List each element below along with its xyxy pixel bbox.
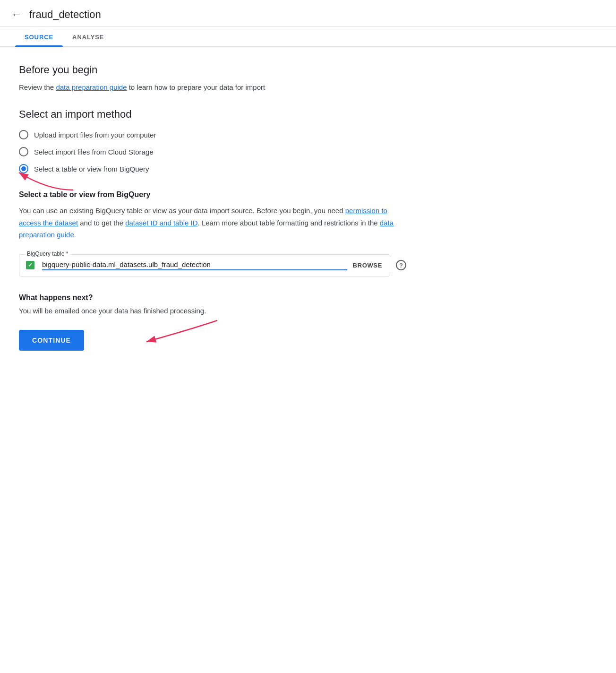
radio-upload-circle [19,130,28,139]
import-method-section: Select an import method Upload import fi… [19,108,406,173]
before-begin-heading: Before you begin [19,64,406,76]
before-begin-desc: Review the data preparation guide to lea… [19,82,406,93]
bigquery-table-field[interactable]: BigQuery table * bigquery-public-data.ml… [19,254,390,276]
continue-button[interactable]: CONTINUE [19,330,84,351]
radio-bigquery[interactable]: Select a table or view from BigQuery [19,164,406,173]
radio-bigquery-row: Select a table or view from BigQuery [19,164,406,173]
radio-cloud-circle [19,147,28,156]
bigquery-section: Select a table or view from BigQuery You… [19,190,406,276]
bigquery-table-value[interactable]: bigquery-public-data.ml_datasets.ulb_fra… [42,260,347,270]
bigquery-section-desc: You can use an existing BigQuery table o… [19,205,406,241]
continue-row: CONTINUE [19,330,406,351]
what-happens-next-heading: What happens next? [19,293,406,302]
checkbox-green-icon [26,261,34,269]
import-method-radio-group: Upload import files from your computer S… [19,130,406,173]
radio-bigquery-circle [19,164,28,173]
bigquery-input-wrapper: BigQuery table * bigquery-public-data.ml… [19,254,406,276]
back-button[interactable]: ← [11,9,22,21]
help-icon[interactable]: ? [396,260,406,270]
page-title: fraud_detection [29,9,101,21]
data-prep-guide-link-1[interactable]: data preparation guide [56,83,127,91]
bigquery-section-heading: Select a table or view from BigQuery [19,190,406,199]
dataset-id-link[interactable]: dataset ID and table ID [125,219,197,227]
tab-analyse[interactable]: ANALYSE [63,27,113,46]
field-label: BigQuery table * [25,250,70,257]
arrow-annotation-continue [128,316,222,358]
radio-upload[interactable]: Upload import files from your computer [19,130,406,139]
browse-button[interactable]: BROWSE [353,262,382,269]
main-content: Before you begin Review the data prepara… [0,47,425,370]
import-method-heading: Select an import method [19,108,406,121]
what-happens-next-desc: You will be emailed once your data has f… [19,307,406,315]
radio-cloud[interactable]: Select import files from Cloud Storage [19,147,406,156]
tabs: SOURCE ANALYSE [0,27,616,47]
header: ← fraud_detection [0,0,616,27]
tab-source[interactable]: SOURCE [15,27,63,46]
before-begin-section: Before you begin Review the data prepara… [19,64,406,93]
what-happens-next-section: What happens next? You will be emailed o… [19,293,406,351]
back-arrow-icon: ← [11,9,22,21]
